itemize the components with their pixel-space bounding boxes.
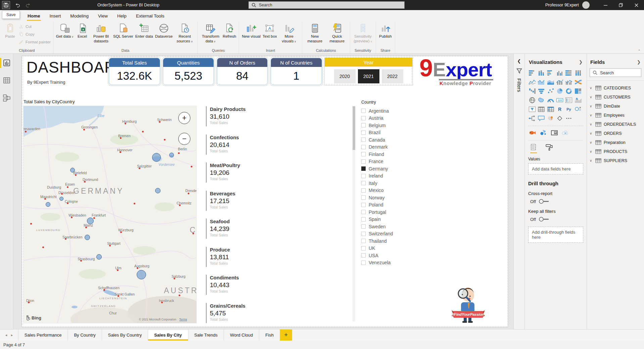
checkbox[interactable] [361,123,366,127]
more-visuals-button[interactable]: More visuals ∨ [278,22,300,43]
hundred-stacked-bar-chart-icon[interactable] [565,70,573,76]
year-option-2020[interactable]: 2020 [334,69,356,83]
country-item-portugal[interactable]: Portugal [361,208,439,216]
avatar[interactable] [582,1,590,9]
page-tab-fish[interactable]: Fish [259,329,280,341]
checkbox[interactable] [361,253,366,258]
scatter-chart-icon[interactable] [547,88,555,94]
page-tab-sales-by-city[interactable]: Sales By City [148,329,188,341]
word-cloud-visual-icon[interactable]: w [561,129,569,136]
close-button[interactable] [629,0,644,10]
checkbox[interactable] [361,239,366,243]
map-visual[interactable]: ElbeHamburgSchwerinBremenGroningeneeuwar… [23,106,197,323]
power-bi-datasets-button[interactable]: Power BI datasets [90,22,112,43]
country-item-italy[interactable]: Italy [361,180,439,187]
kpi-card-n-of-orders[interactable]: N of Orders84 [217,58,268,85]
new-page-button[interactable]: + [280,329,292,341]
field-table-dimdate[interactable]: ∨DimDate [590,102,641,111]
enter-data-button[interactable]: Enter data [134,22,154,39]
stacked-area-chart-icon[interactable] [547,79,555,85]
checkbox[interactable] [361,116,366,120]
checkbox[interactable] [361,145,366,149]
year-option-2022[interactable]: 2022 [382,69,403,83]
field-table-products[interactable]: ∨PRODUCTS [590,147,641,156]
stacked-bar-chart-icon[interactable] [528,70,536,76]
excel-button[interactable]: XExcel [75,22,90,39]
map-terms-link[interactable]: Terms [179,318,187,321]
checkbox-checked[interactable] [361,166,366,171]
new-measure-button[interactable]: New measure [304,22,326,43]
page-tab-sales-performance[interactable]: Sales Performance [18,329,68,341]
field-table-suppliers[interactable]: ∨SUPPLIERS [590,156,641,165]
map-sales-bubble[interactable] [85,235,90,240]
chevron-down-icon[interactable]: ∨ [590,122,593,126]
area-chart-icon[interactable] [537,79,545,85]
chevron-down-icon[interactable]: ∨ [590,131,593,135]
country-item-thailand[interactable]: Thailand [361,237,439,245]
clustered-column-chart-icon[interactable] [556,70,564,76]
year-option-2021[interactable]: 2021 [358,69,379,83]
field-table-categories[interactable]: ∨CATEGORIES [590,83,641,92]
country-item-france[interactable]: France [361,158,439,165]
chevron-down-icon[interactable]: ∨ [590,159,593,162]
field-table-employees[interactable]: ∨Employees [590,111,641,120]
checkbox[interactable] [361,224,366,229]
treemap-icon[interactable] [574,88,582,94]
country-item-canada[interactable]: Canada [361,136,439,144]
category-card-produce[interactable]: Produce13,811Total Sales [206,247,350,267]
search-input[interactable]: Search [248,1,405,9]
kpi-card-quantities[interactable]: Quantities5,523 [163,58,214,85]
country-item-mexico[interactable]: Mexico [361,187,439,194]
chevron-down-icon[interactable]: ∨ [590,95,593,99]
more-options-icon[interactable] [565,115,573,122]
category-card-seafood[interactable]: Seafood14,239Total Sales [206,219,350,239]
chevron-down-icon[interactable]: ∨ [590,150,593,153]
clustered-bar-chart-icon[interactable] [547,70,555,76]
hundred-stacked-column-chart-icon[interactable] [574,70,582,76]
collapse-ribbon-button[interactable]: ⌃ [638,49,641,53]
kpi-card-total-sales[interactable]: Total Sales132.6K [109,58,160,85]
fields-search-input[interactable]: Search [590,68,641,77]
country-item-sweden[interactable]: Sweden [361,223,439,230]
pie-chart-icon[interactable] [556,88,564,94]
next-page-arrow[interactable]: ► [10,334,13,337]
save-button[interactable] [2,1,10,9]
add-data-fields-dropzone[interactable]: Add data fields here [528,163,583,174]
get-data-button[interactable]: Get data ∨ [55,22,75,39]
menu-item-modeling[interactable]: Modeling [66,11,93,21]
report-view-button[interactable] [0,57,13,69]
sql-server-button[interactable]: SQL Server [112,22,134,39]
page-tab-sale-trends[interactable]: Sale Trends [188,329,224,341]
category-scrollbar[interactable] [353,106,355,321]
checkbox[interactable] [361,217,366,222]
checkbox[interactable] [361,203,366,207]
add-drill-through-fields-dropzone[interactable]: Add drill-through fields here [528,227,583,243]
checkbox[interactable] [361,261,366,265]
category-card-meat-poultry[interactable]: Meat/Poultry19,206Total Sales [206,162,350,183]
field-table-orders[interactable]: ∨ORDERS [590,129,641,138]
image-visual-icon[interactable] [550,129,558,136]
map-sales-bubble[interactable] [59,197,63,201]
menu-item-insert[interactable]: Insert [46,11,65,21]
checkbox[interactable] [361,130,366,135]
country-item-austria[interactable]: Austria [361,115,439,122]
chevron-down-icon[interactable]: ∨ [590,104,593,108]
card-icon[interactable]: 123 [556,97,564,104]
checkbox[interactable] [361,159,366,164]
page-tab-by-country[interactable]: By Country [68,329,102,341]
cross-report-toggle[interactable]: Off [530,199,583,204]
multi-row-card-icon[interactable] [565,97,573,104]
checkbox[interactable] [361,138,366,142]
expand-filters-button[interactable]: ❮ [517,59,521,64]
map-sales-bubble[interactable] [155,188,160,193]
chevron-down-icon[interactable]: ∨ [590,141,593,144]
tab-format[interactable] [546,144,553,153]
minimize-button[interactable] [598,0,613,10]
menu-item-view[interactable]: View [94,11,112,21]
donut-chart-icon[interactable] [565,88,573,94]
country-item-switzerland[interactable]: Switzerland [361,230,439,238]
map-sales-bubble[interactable] [137,270,146,279]
country-item-poland[interactable]: Poland [361,201,439,209]
checkbox[interactable] [361,181,366,185]
country-item-uk[interactable]: UK [361,245,439,252]
